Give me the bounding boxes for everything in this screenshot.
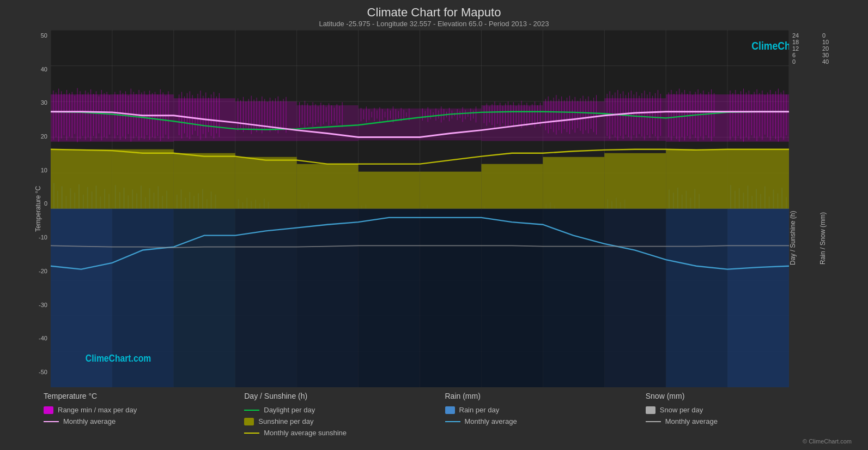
svg-rect-128 [543, 157, 604, 209]
svg-rect-132 [51, 94, 112, 142]
legend-sunshine: Day / Sunshine (h) Daylight per day Suns… [244, 392, 445, 437]
snow-swatch [646, 406, 655, 414]
svg-rect-135 [235, 101, 297, 141]
legend-daylight: Daylight per day [244, 406, 445, 414]
legend-rain-avg: Monthly average [445, 417, 646, 425]
y-axis-rain: 0 10 20 30 40 [819, 30, 857, 77]
legend-sunshine-title: Day / Sunshine (h) [244, 392, 445, 400]
svg-rect-124 [297, 164, 359, 209]
svg-rect-121 [112, 149, 174, 209]
svg-rect-142 [666, 94, 727, 142]
chart-header: Climate Chart for Maputo Latitude -25.97… [11, 5, 857, 28]
svg-rect-129 [604, 153, 666, 209]
sunshine-avg-line [244, 433, 259, 434]
temp-range-label: Range min / max per day [58, 406, 137, 414]
svg-rect-130 [666, 149, 727, 209]
rain-avg-label: Monthly average [465, 417, 517, 425]
snow-avg-line [646, 421, 661, 422]
legend-snow-avg: Monthly average [646, 417, 846, 425]
legend-rain-bar: Rain per day [445, 406, 646, 414]
legend-area: Temperature °C Range min / max per day M… [11, 387, 857, 437]
chart-title: Climate Chart for Maputo [11, 5, 857, 20]
svg-rect-141 [604, 98, 666, 141]
svg-rect-127 [481, 164, 543, 209]
copyright: © ClimeChart.com [11, 438, 857, 445]
svg-rect-126 [420, 172, 482, 209]
y-axis-rain-label: Rain / Snow (mm) [819, 77, 827, 387]
legend-snow-bar: Snow per day [646, 406, 846, 414]
rain-swatch [445, 406, 455, 414]
legend-snow: Snow (mm) Snow per day Monthly average [646, 392, 846, 437]
chart-area: Temperature °C 50 40 30 20 10 0 -10 -20 … [11, 30, 857, 387]
temp-avg-label: Monthly average [63, 417, 116, 425]
legend-rain: Rain (mm) Rain per day Monthly average [445, 392, 646, 437]
svg-rect-34 [604, 209, 666, 388]
svg-rect-143 [727, 94, 789, 142]
svg-text:ClimeChart.com: ClimeChart.com [751, 39, 789, 52]
legend-temp-title: Temperature °C [44, 392, 244, 400]
rain-bar-label: Rain per day [459, 406, 500, 414]
legend-sunshine-avg: Monthly average sunshine [244, 429, 445, 437]
svg-rect-131 [727, 149, 789, 209]
snow-avg-label: Monthly average [665, 417, 718, 425]
daylight-label: Daylight per day [264, 406, 315, 414]
legend-temp-avg: Monthly average [44, 417, 244, 425]
legend-rain-title: Rain (mm) [445, 392, 646, 400]
svg-rect-35 [666, 209, 727, 388]
svg-rect-120 [51, 149, 112, 209]
chart-main: ClimeChart.com ClimeChart.com Jan Feb Ma… [51, 30, 789, 387]
chart-svg: ClimeChart.com ClimeChart.com [51, 30, 789, 387]
temp-range-swatch [44, 406, 53, 414]
y-axis-left-label: Temperature °C [34, 185, 42, 231]
sunshine-bar-label: Sunshine per day [258, 417, 313, 425]
rain-avg-line [445, 421, 460, 422]
y-axis-sunshine-label: Day / Sunshine (h) [789, 77, 797, 387]
temp-avg-line [44, 421, 59, 422]
svg-text:ClimeChart.com: ClimeChart.com [86, 352, 151, 364]
svg-rect-123 [235, 157, 297, 209]
svg-rect-30 [359, 209, 420, 388]
legend-sunshine-bar: Sunshine per day [244, 417, 445, 425]
page-wrapper: Climate Chart for Maputo Latitude -25.97… [0, 0, 868, 450]
svg-rect-32 [481, 209, 543, 388]
svg-rect-29 [297, 209, 359, 388]
sunshine-swatch [244, 418, 254, 425]
sunshine-avg-label: Monthly average sunshine [264, 429, 347, 437]
svg-rect-122 [174, 153, 235, 209]
legend-temperature: Temperature °C Range min / max per day M… [44, 392, 244, 437]
svg-rect-31 [420, 209, 482, 388]
svg-rect-28 [235, 209, 297, 388]
svg-rect-125 [359, 172, 420, 209]
snow-bar-label: Snow per day [660, 406, 703, 414]
chart-subtitle: Latitude -25.975 - Longitude 32.557 - El… [11, 20, 857, 28]
svg-rect-36 [727, 209, 789, 388]
legend-temp-range: Range min / max per day [44, 406, 244, 414]
y-axis-sunshine: 24 18 12 6 0 [789, 30, 819, 77]
legend-snow-title: Snow (mm) [646, 392, 846, 400]
daylight-line [244, 410, 259, 411]
